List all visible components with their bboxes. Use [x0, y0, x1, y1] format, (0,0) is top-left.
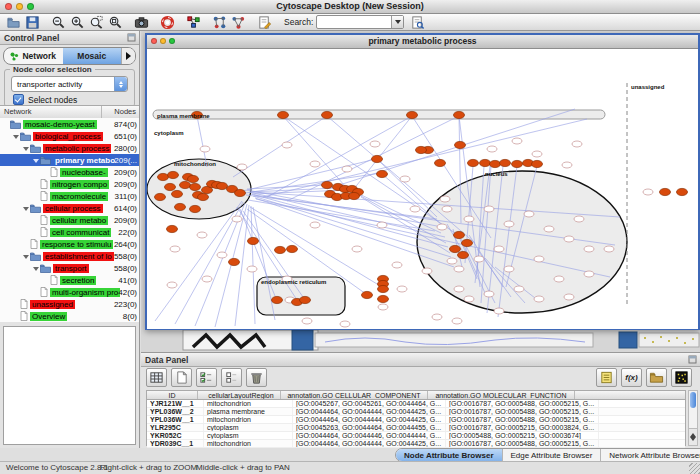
network-node[interactable]: [554, 276, 564, 282]
selected-network-node[interactable]: [158, 173, 169, 180]
open-file-icon[interactable]: [5, 15, 21, 30]
selected-network-node[interactable]: [378, 295, 389, 302]
tree-row-cellular-metabo[interactable]: cellular metabo209(0): [0, 214, 139, 226]
tab-node-attribute-browser[interactable]: Node Attribute Browser: [396, 449, 503, 461]
selected-network-node[interactable]: [532, 160, 543, 167]
birdseye-view[interactable]: [3, 326, 136, 445]
expander-icon[interactable]: [23, 253, 30, 260]
selected-network-node[interactable]: [235, 189, 246, 196]
resize-grip[interactable]: [689, 463, 700, 474]
new-attr-icon[interactable]: [171, 368, 192, 387]
network-node[interactable]: [484, 206, 494, 212]
selected-network-node[interactable]: [188, 175, 199, 182]
dropdown-stepper-icon[interactable]: [114, 77, 127, 91]
tree-row-metabolic-process[interactable]: metabolic process280(0): [0, 142, 139, 154]
network-node[interactable]: [604, 246, 614, 252]
selected-network-node[interactable]: [180, 181, 191, 188]
network-node[interactable]: [310, 161, 320, 167]
scroll-down-icon[interactable]: [690, 437, 696, 444]
selected-network-node[interactable]: [168, 171, 179, 178]
network-node[interactable]: [310, 222, 320, 228]
table-row[interactable]: YKR052Ccytoplasm[GO:0044464, GO:0044446,…: [147, 432, 685, 440]
expander-icon[interactable]: [33, 157, 40, 164]
search-dropdown-button[interactable]: [391, 16, 403, 28]
table-row[interactable]: YPL036W__1mitochondrion[GO:0044464, GO:0…: [147, 416, 685, 424]
network-node[interactable]: [534, 296, 544, 302]
zoom-out-icon[interactable]: [50, 15, 66, 30]
selected-network-node[interactable]: [278, 111, 289, 118]
network-node[interactable]: [237, 164, 247, 170]
network-node[interactable]: [487, 146, 497, 152]
node-color-dropdown[interactable]: transporter activity: [11, 76, 128, 92]
network-node[interactable]: [494, 246, 504, 252]
selected-network-node[interactable]: [362, 291, 373, 298]
selected-network-node[interactable]: [660, 188, 671, 195]
expander-icon[interactable]: [23, 145, 30, 152]
network-node[interactable]: [340, 321, 350, 327]
network-node[interactable]: [454, 266, 464, 272]
selected-network-node[interactable]: [172, 190, 183, 197]
selected-network-node[interactable]: [454, 111, 465, 118]
network-node[interactable]: [282, 142, 292, 148]
network-node[interactable]: [422, 268, 432, 274]
selected-network-node[interactable]: [677, 188, 688, 195]
selected-network-node[interactable]: [378, 285, 389, 292]
selected-network-node[interactable]: [480, 159, 491, 166]
network-node[interactable]: [514, 286, 524, 292]
network-node[interactable]: [544, 226, 554, 232]
tree-row-unassigned[interactable]: unassigned223(0): [0, 298, 139, 310]
network-node[interactable]: [247, 266, 257, 272]
expander-icon[interactable]: [23, 205, 30, 212]
network-node[interactable]: [564, 236, 574, 242]
import-folder-icon[interactable]: [646, 368, 667, 387]
tree-row-cellular-process[interactable]: cellular process614(0): [0, 202, 139, 214]
selected-network-node[interactable]: [458, 251, 469, 258]
selected-network-node[interactable]: [435, 159, 446, 166]
network-node[interactable]: [232, 216, 242, 222]
table-scrollbar[interactable]: [688, 390, 698, 446]
selected-network-node[interactable]: [450, 245, 461, 252]
tree-row-multi-organism-pro[interactable]: multi-organism pro42(0): [0, 286, 139, 298]
tree-row-overview[interactable]: Overview8(0): [0, 310, 139, 322]
selected-network-node[interactable]: [155, 193, 166, 200]
network-node[interactable]: [202, 276, 212, 282]
network-canvas[interactable]: plasma membranecytoplasmmitochondrionnuc…: [147, 49, 698, 329]
network-node[interactable]: [504, 266, 514, 272]
network-node[interactable]: [584, 246, 594, 252]
selected-network-node[interactable]: [372, 155, 383, 162]
vizmapper-icon[interactable]: [185, 15, 201, 30]
network-node[interactable]: [377, 222, 387, 228]
selected-network-node[interactable]: [322, 181, 333, 188]
layout-nodes-icon[interactable]: [211, 15, 227, 30]
network-node[interactable]: [447, 258, 457, 264]
selected-network-node[interactable]: [165, 183, 176, 190]
network-node[interactable]: [397, 286, 407, 292]
selected-network-node[interactable]: [272, 296, 283, 303]
table-row[interactable]: YDR039C__1mitochondrion[GO:0044464, GO:0…: [147, 440, 685, 448]
selected-network-node[interactable]: [454, 231, 465, 238]
selected-network-node[interactable]: [229, 258, 240, 265]
tree-row-nitrogen-compo[interactable]: nitrogen compo209(0): [0, 178, 139, 190]
selected-network-node[interactable]: [490, 160, 501, 167]
network-node[interactable]: [442, 206, 452, 212]
tab-edge-attribute-browser[interactable]: Edge Attribute Browser: [503, 449, 602, 461]
network-node[interactable]: [167, 282, 177, 288]
selected-network-node[interactable]: [322, 111, 333, 118]
notes-pad-icon[interactable]: [596, 368, 617, 387]
tree-row-response-to-stimulu[interactable]: response to stimulu264(0): [0, 238, 139, 250]
tree-row-nucleobase-[interactable]: nucleobase-209(0): [0, 166, 139, 178]
expander-icon[interactable]: [13, 133, 20, 140]
network-node[interactable]: [197, 232, 207, 238]
selected-network-node[interactable]: [462, 239, 473, 246]
plasma-membrane-region[interactable]: [153, 110, 605, 119]
network-node[interactable]: [437, 224, 447, 230]
network-node[interactable]: [643, 189, 653, 195]
network-view-titlebar[interactable]: primary metabolic process: [147, 35, 698, 49]
network-node[interactable]: [432, 314, 442, 320]
help-lifebuoy-icon[interactable]: [159, 15, 175, 30]
selected-network-node[interactable]: [275, 246, 286, 253]
network-node[interactable]: [400, 176, 410, 182]
tree-row-establishment-of-lo[interactable]: establishment of lo558(0): [0, 250, 139, 262]
selected-network-node[interactable]: [287, 245, 298, 252]
network-node[interactable]: [452, 318, 462, 324]
